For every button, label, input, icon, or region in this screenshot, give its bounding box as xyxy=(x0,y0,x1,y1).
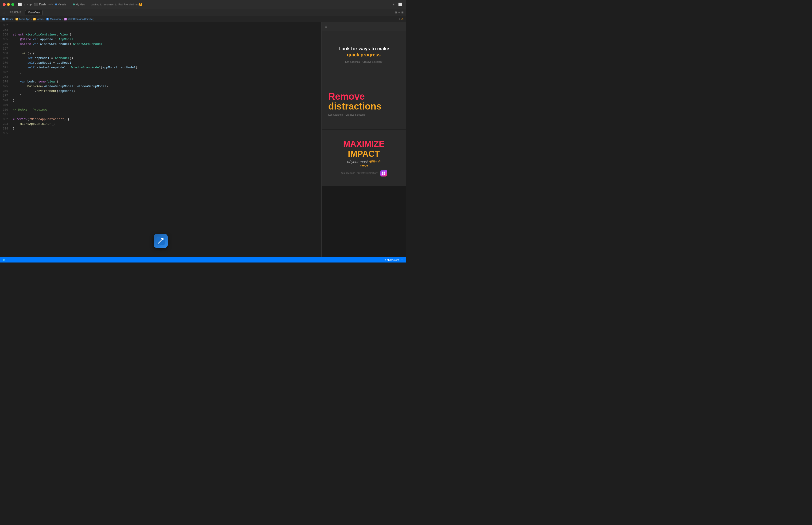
breadcrumb-method-label: staleDataView(for:title:) xyxy=(68,18,94,20)
table-row: 368 init() { xyxy=(0,51,321,56)
table-row: 372 } xyxy=(0,70,321,75)
method-icon: M xyxy=(64,18,67,20)
tab-mymac[interactable]: My Mac xyxy=(71,2,87,6)
table-row: 375 MainView(windowGroupModel: windowGro… xyxy=(0,84,321,89)
window-tile-button[interactable]: ⬜ xyxy=(397,2,403,7)
list-icon[interactable]: ≡ xyxy=(398,11,400,14)
slide-card-2: Remove distractions Ken Kocienda · "Crea… xyxy=(322,78,406,130)
maximize-button[interactable] xyxy=(11,3,14,6)
card3-subtitle-highlight: difficult xyxy=(369,160,381,164)
table-row: 385 xyxy=(0,131,321,136)
card3-attribution-text: Ken Kocienda · "Creative Selection" xyxy=(341,172,378,174)
editor-toolbar: ⎇ README MainView ⊟ ≡ ⊞ xyxy=(0,9,406,16)
breadcrumb-sep3: › xyxy=(44,18,45,20)
card3-title-2: IMPACT xyxy=(327,149,400,159)
run-button[interactable]: ▶ xyxy=(29,2,33,7)
card2-content: Remove distractions xyxy=(328,91,382,111)
table-row: 382 #Preview("MicroAppContainer") { xyxy=(0,117,321,122)
breadcrumb-dashi-label: Dashi xyxy=(6,18,13,20)
xcode-icon-container xyxy=(154,234,168,248)
status-chars: 4 characters xyxy=(385,258,399,261)
code-lines: 362 363 364 struct MicroAppContainer: Vi… xyxy=(0,22,321,136)
back-icon[interactable]: ‹ xyxy=(23,2,26,7)
tab-dot-mymac xyxy=(73,3,75,5)
right-panel: ⊞ Look for ways to make quick progress K… xyxy=(321,22,406,257)
tab-visuals[interactable]: Visuals xyxy=(53,2,68,6)
breadcrumb-microapp[interactable]: 📁 MicroApp xyxy=(16,18,30,20)
mainview-label: MainView xyxy=(28,11,40,14)
main-content: 362 363 364 struct MicroAppContainer: Vi… xyxy=(0,22,406,257)
card3-effort: effort xyxy=(327,164,400,168)
table-row: 378 } xyxy=(0,98,321,103)
breadcrumb-mainview[interactable]: S MainView xyxy=(46,18,61,20)
table-row: 383 MicroAppContainer() xyxy=(0,122,321,126)
warning-badge: 1 xyxy=(139,3,143,6)
minimize-button[interactable] xyxy=(7,3,10,6)
table-row: 380 // MARK: - Previews xyxy=(0,108,321,112)
table-row: 381 xyxy=(0,112,321,117)
card1-title-plain: Look for ways to make xyxy=(339,46,389,51)
connection-status: Waiting to reconnect to iPad Pro Maximus xyxy=(91,3,139,6)
breadcrumb-mainview-label: MainView xyxy=(50,18,61,20)
table-row: 365 @State var appModel: AppModel xyxy=(0,37,321,42)
microapp-folder-icon: 📁 xyxy=(16,18,18,20)
warning-indicator: ⚠ xyxy=(401,17,404,21)
stop-button[interactable]: ⬛ xyxy=(33,2,39,7)
tab-bar: Visuals My Mac xyxy=(53,2,87,6)
table-row: 367 xyxy=(0,46,321,51)
table-row: 366 @State var windowGroupModel: WindowG… xyxy=(0,42,321,46)
card3-attribution: Ken Kocienda · "Creative Selection" xyxy=(327,170,400,177)
tab-mymac-label: My Mac xyxy=(76,3,85,6)
status-dot xyxy=(3,259,5,261)
app-subtitle: main xyxy=(48,3,53,6)
card1-attribution: Ken Kocienda · "Creative Selection" xyxy=(345,61,383,63)
close-button[interactable] xyxy=(3,3,6,6)
card3-subtitle: of your most difficult xyxy=(327,160,400,164)
views-folder-icon: 📁 xyxy=(33,18,36,20)
breadcrumb-views[interactable]: 📁 Views xyxy=(33,18,44,20)
table-row: 363 xyxy=(0,28,321,32)
card2-line2: distractions xyxy=(328,101,382,111)
table-row: 376 .environment(appModel) xyxy=(0,89,321,93)
card3-subtitle-plain: of your most xyxy=(347,160,369,164)
breadcrumb-sep2: › xyxy=(31,18,32,20)
breadcrumb-sep1: › xyxy=(14,18,15,20)
dashi-icon: D xyxy=(2,18,5,20)
window-controls[interactable] xyxy=(3,3,14,6)
slide-card-1: Look for ways to make quick progress Ken… xyxy=(322,31,406,78)
nav-next[interactable]: › xyxy=(399,17,400,21)
card1-title: Look for ways to make quick progress xyxy=(339,46,389,58)
card1-title-highlight: quick progress xyxy=(347,52,381,57)
split-icon[interactable]: ⊟ xyxy=(395,11,397,14)
card2-line1: Remove xyxy=(328,91,382,101)
table-row: 364 struct MicroAppContainer: View { xyxy=(0,32,321,37)
readme-tab[interactable]: README xyxy=(7,10,24,15)
breadcrumb-sep4: › xyxy=(62,18,63,20)
add-tab-button[interactable]: + xyxy=(392,2,395,7)
card1-content: Look for ways to make quick progress xyxy=(339,46,389,58)
table-row: 362 xyxy=(0,23,321,28)
sidebar-toggle-icon[interactable]: ⬜ xyxy=(17,2,23,7)
code-editor[interactable]: 362 363 364 struct MicroAppContainer: Vi… xyxy=(0,22,321,257)
status-left xyxy=(3,259,5,261)
app-name: Dashi xyxy=(39,3,46,6)
inspector-icon[interactable]: ⊞ xyxy=(401,11,404,14)
table-row: 373 xyxy=(0,75,321,79)
nav-icon: ⎇ xyxy=(2,11,6,14)
forward-icon[interactable]: › xyxy=(26,2,29,7)
table-row: 377 } xyxy=(0,93,321,98)
status-bar: 4 characters ⊞ xyxy=(0,257,406,262)
card2-title: Remove distractions xyxy=(328,91,382,111)
breadcrumb-nav: ‹ › ⚠ xyxy=(398,17,404,21)
panel-grid-icon[interactable]: ⊞ xyxy=(324,25,327,28)
readme-label: README xyxy=(10,11,21,14)
mainview-swift-icon: S xyxy=(46,18,49,20)
tab-visuals-label: Visuals xyxy=(58,3,66,6)
breadcrumb-dashi[interactable]: D Dashi xyxy=(2,18,13,20)
nav-prev[interactable]: ‹ xyxy=(398,17,398,21)
breadcrumb-views-label: Views xyxy=(37,18,44,20)
table-row: 369 let appModel = AppModel() xyxy=(0,56,321,61)
breadcrumb-method[interactable]: M staleDataView(for:title:) xyxy=(64,18,94,20)
table-row: 379 xyxy=(0,103,321,108)
mainview-tab[interactable]: MainView xyxy=(25,10,43,15)
